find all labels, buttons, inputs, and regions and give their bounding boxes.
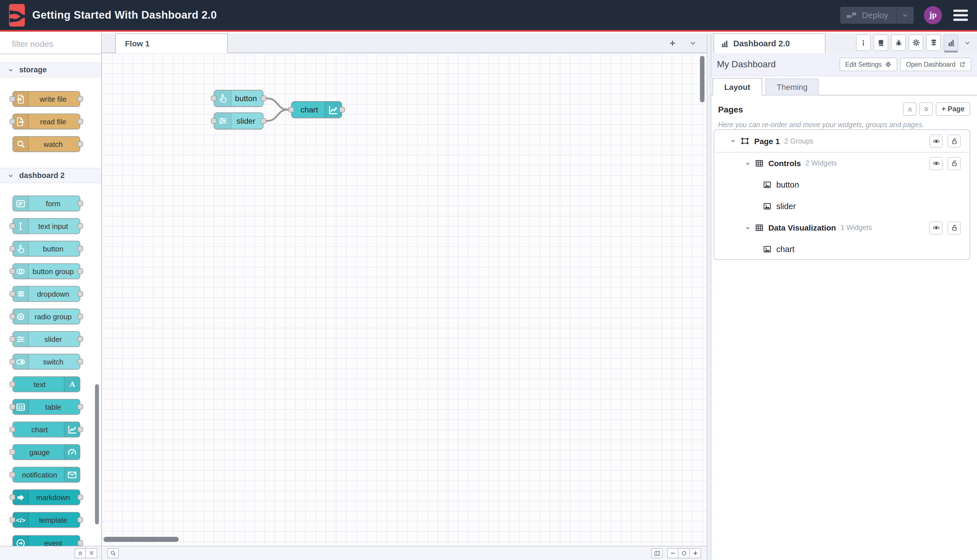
main-menu-button[interactable] [952,8,969,22]
tree-row-widget-chart[interactable]: chart [714,238,970,260]
tab-layout[interactable]: Layout [712,78,762,95]
canvas-horizontal-scrollbar[interactable] [104,537,179,542]
palette-node-button-group[interactable]: button group [12,263,80,279]
port-in[interactable] [10,96,15,102]
port-out[interactable] [77,119,83,124]
visibility-toggle-button[interactable] [930,221,942,234]
port-out[interactable] [77,427,83,432]
palette-collapse-all-button[interactable] [75,548,86,558]
open-dashboard-button[interactable]: Open Dashboard [900,58,971,71]
tab-dashboard-2[interactable]: Dashboard 2.0 [713,33,825,53]
workspace[interactable]: button slider chart [102,53,707,546]
palette-node-dropdown[interactable]: dropdown [12,286,80,302]
port-out[interactable] [77,359,83,365]
port-out[interactable] [77,404,83,410]
search-flows-button[interactable] [107,548,119,558]
port-out[interactable] [77,540,83,546]
palette-node-read-file[interactable]: read file [12,113,80,129]
port-in[interactable] [10,472,15,477]
canvas-node-button[interactable]: button [214,90,264,107]
expand-all-button[interactable] [920,102,933,116]
tree-row-page-1[interactable]: Page 1 2 Groups [714,130,970,153]
lock-toggle-button[interactable] [948,135,960,147]
tab-flow-1[interactable]: Flow 1 [115,33,228,53]
tree-row-group-data-visualization[interactable]: Data Visualization 1 Widgets [714,217,970,238]
add-page-button[interactable]: + Page [936,102,970,116]
palette-node-watch[interactable]: watch [12,136,80,152]
port-out[interactable] [77,141,83,147]
palette-node-radio-group[interactable]: radio group [12,308,80,324]
tree-row-widget-button[interactable]: button [714,174,970,195]
config-tab-button[interactable] [909,35,923,51]
port-in[interactable] [10,427,15,432]
tree-row-group-controls[interactable]: Controls 2 Widgets [714,153,970,174]
palette-node-text-input[interactable]: text input [12,218,80,234]
chevron-down-icon[interactable] [745,225,751,231]
palette-scrollbar[interactable] [95,384,99,524]
zoom-reset-button[interactable] [678,548,690,558]
port-in[interactable] [10,382,15,387]
palette-node-chart[interactable]: chart [12,422,80,437]
palette-category-dashboard-2[interactable]: dashboard 2 [0,168,101,183]
port-out[interactable] [339,107,345,112]
port-out[interactable] [77,96,83,102]
tree-row-widget-slider[interactable]: slider [714,195,970,217]
deploy-button[interactable]: Deploy [840,7,914,23]
port-out[interactable] [77,246,83,252]
palette-node-button[interactable]: button [12,241,80,257]
port-in[interactable] [10,495,15,500]
port-in[interactable] [10,359,15,365]
canvas-node-chart[interactable]: chart [291,101,342,118]
chevron-down-icon[interactable] [730,138,736,144]
palette-node-markdown[interactable]: markdown [12,489,80,505]
port-in[interactable] [10,404,15,410]
port-in[interactable] [10,517,15,523]
port-out[interactable] [77,268,83,274]
visibility-toggle-button[interactable] [930,135,942,147]
port-in[interactable] [10,336,15,342]
lock-toggle-button[interactable] [948,157,960,170]
port-out[interactable] [77,495,83,500]
add-flow-button[interactable] [666,37,678,50]
deploy-options-button[interactable] [897,12,914,18]
port-in[interactable] [288,107,294,112]
port-in[interactable] [10,449,15,455]
port-out[interactable] [77,201,83,206]
palette-node-switch[interactable]: switch [12,354,80,370]
dashboard-tab-button[interactable] [944,35,959,51]
sidebar-options-button[interactable] [961,37,974,49]
palette-category-storage[interactable]: storage [0,62,101,77]
palette-node-event[interactable]: event [12,535,80,546]
help-tab-button[interactable] [873,35,888,51]
port-out[interactable] [77,223,83,229]
flow-list-button[interactable] [686,37,699,50]
info-tab-button[interactable] [856,35,871,51]
sidebar-splitter[interactable] [707,33,711,560]
edit-settings-button[interactable]: Edit Settings [840,58,898,71]
palette-node-write-file[interactable]: write file [12,91,80,107]
palette-node-text[interactable]: text [12,377,80,392]
user-avatar[interactable]: jp [924,6,942,24]
palette-node-form[interactable]: form [12,195,80,211]
port-in[interactable] [10,291,15,297]
palette-expand-all-button[interactable] [86,548,97,558]
port-out[interactable] [77,291,83,297]
port-out[interactable] [261,118,266,124]
palette-node-slider[interactable]: slider [12,331,80,347]
port-out[interactable] [261,95,266,101]
palette-node-table[interactable]: table [12,399,80,415]
visibility-toggle-button[interactable] [930,157,942,170]
canvas-node-slider[interactable]: slider [214,112,264,129]
port-in[interactable] [211,118,217,124]
lock-toggle-button[interactable] [948,221,960,234]
port-in[interactable] [10,223,15,229]
toggle-navigator-button[interactable] [651,548,663,558]
port-in[interactable] [10,246,15,252]
port-out[interactable] [77,517,83,523]
port-out[interactable] [77,336,83,342]
debug-tab-button[interactable] [891,35,906,51]
palette-node-notification[interactable]: notification [12,467,80,483]
port-in[interactable] [211,95,217,101]
context-tab-button[interactable] [926,35,941,51]
canvas-vertical-scrollbar[interactable] [700,56,705,102]
